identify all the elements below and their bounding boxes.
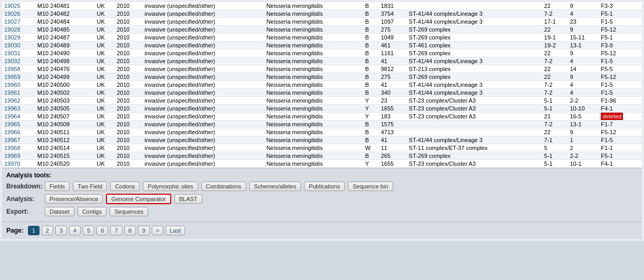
table-row: 19965M10 240508UK2010invasive (unspecifi… xyxy=(2,121,642,128)
row-id-link[interactable]: 19031 xyxy=(4,50,21,56)
row-id-link[interactable]: 19025 xyxy=(4,3,21,9)
row-id[interactable]: 19965 xyxy=(2,121,35,128)
row-id-link[interactable]: 19027 xyxy=(4,18,21,25)
analysis-btn-presence/absence[interactable]: Presence/Absence xyxy=(45,194,103,204)
row-id-link[interactable]: 19970 xyxy=(4,161,21,167)
row-id[interactable]: 19959 xyxy=(2,73,35,81)
row-id-link[interactable]: 19026 xyxy=(4,11,21,17)
row-id[interactable]: 19966 xyxy=(2,128,35,136)
row-feta: 10-10 xyxy=(568,105,599,113)
row-clonal-complex: ST-41/44 complex/Lineage 3 xyxy=(407,89,542,97)
breakdown-buttons-group: FieldsTwo FieldCodonsPolymorphic sitesCo… xyxy=(43,181,395,192)
row-id-link[interactable]: 19958 xyxy=(4,66,21,72)
row-isolate: M10 240476 xyxy=(35,65,95,73)
row-id-link[interactable]: 19967 xyxy=(4,137,21,143)
row-id-link[interactable]: 19032 xyxy=(4,58,21,64)
row-id[interactable]: 19025 xyxy=(2,2,35,10)
page-btn-8[interactable]: 8 xyxy=(124,226,136,235)
row-id-link[interactable]: 19965 xyxy=(4,121,21,127)
page-btn-6[interactable]: 6 xyxy=(96,226,108,235)
row-id-link[interactable]: 19959 xyxy=(4,74,21,80)
row-id[interactable]: 19963 xyxy=(2,105,35,113)
row-id-link[interactable]: 19961 xyxy=(4,89,21,96)
row-id-link[interactable]: 19028 xyxy=(4,26,21,33)
row-id-link[interactable]: 19969 xyxy=(4,153,21,159)
row-pena: F1-5 xyxy=(599,89,642,97)
row-serogroup: B xyxy=(363,136,379,144)
page-btn-5[interactable]: 5 xyxy=(83,226,94,235)
row-id[interactable]: 19969 xyxy=(2,152,35,160)
row-species: Neisseria meningitidis xyxy=(264,73,363,81)
row-species: Neisseria meningitidis xyxy=(264,57,363,65)
row-id[interactable]: 19960 xyxy=(2,81,35,89)
row-clonal-complex: ST-269 complex xyxy=(407,49,542,57)
breakdown-btn-combinations[interactable]: Combinations xyxy=(201,182,246,191)
analysis-btn-genome-comparator[interactable]: Genome Comparator xyxy=(106,194,171,204)
row-id[interactable]: 19027 xyxy=(2,18,35,26)
row-disease: invasive (unspecified/other) xyxy=(142,128,264,136)
row-pena: F1-96 xyxy=(599,97,642,105)
row-st: 4713 xyxy=(379,128,407,136)
row-feta: 9 xyxy=(568,2,599,10)
row-id[interactable]: 19958 xyxy=(2,65,35,73)
export-btn-sequences[interactable]: Sequences xyxy=(110,207,148,216)
breakdown-btn-sequence-bin[interactable]: Sequence bin xyxy=(348,182,393,191)
row-id[interactable]: 19029 xyxy=(2,34,35,42)
row-id[interactable]: 19968 xyxy=(2,144,35,152)
breakdown-btn-schemes-alleles[interactable]: Schemes/alleles xyxy=(249,182,301,191)
breakdown-btn-fields[interactable]: Fields xyxy=(45,182,70,191)
row-id[interactable]: 19028 xyxy=(2,26,35,34)
row-clonal-complex: ST-213 complex xyxy=(407,65,542,73)
row-id[interactable]: 19031 xyxy=(2,49,35,57)
row-id-link[interactable]: 19960 xyxy=(4,82,21,88)
page-btn-1[interactable]: 1 xyxy=(28,226,40,235)
row-country: UK xyxy=(95,113,115,121)
row-id[interactable]: 19970 xyxy=(2,160,35,168)
breakdown-btn-codons[interactable]: Codons xyxy=(110,182,140,191)
row-id-link[interactable]: 19964 xyxy=(4,113,21,119)
breakdown-btn-publications[interactable]: Publications xyxy=(304,182,345,191)
analysis-btn-blast[interactable]: BLAST xyxy=(174,194,202,204)
row-feta: 9 xyxy=(568,26,599,34)
row-feta: 13-1 xyxy=(568,42,599,49)
row-pena: F5-12 xyxy=(599,73,642,81)
page-last-btn[interactable]: Last xyxy=(165,226,185,235)
row-id[interactable]: 19032 xyxy=(2,57,35,65)
row-por: 7-2 xyxy=(542,10,568,18)
breakdown-btn-two-field[interactable]: Two Field xyxy=(73,182,107,191)
page-btn-3[interactable]: 3 xyxy=(55,226,67,235)
row-species: Neisseria meningitidis xyxy=(264,136,363,144)
main-container: 19025M10 240481UK2010invasive (unspecifi… xyxy=(0,0,644,241)
row-id-link[interactable]: 19968 xyxy=(4,145,21,151)
row-isolate: M10 240515 xyxy=(35,152,95,160)
breakdown-btn-polymorphic-sites[interactable]: Polymorphic sites xyxy=(143,182,198,191)
row-disease: invasive (unspecified/other) xyxy=(142,73,264,81)
row-por: 19-2 xyxy=(542,42,568,49)
export-btn-contigs[interactable]: Contigs xyxy=(77,207,106,216)
row-id[interactable]: 19967 xyxy=(2,136,35,144)
export-btn-dataset[interactable]: Dataset xyxy=(45,207,74,216)
row-id[interactable]: 19962 xyxy=(2,97,35,105)
row-id-link[interactable]: 19963 xyxy=(4,105,21,112)
row-id[interactable]: 19030 xyxy=(2,42,35,49)
row-id-link[interactable]: 19962 xyxy=(4,97,21,104)
row-id-link[interactable]: 19029 xyxy=(4,34,21,41)
row-id-link[interactable]: 19966 xyxy=(4,129,21,135)
row-clonal-complex: ST-41/44 complex/Lineage 3 xyxy=(407,136,542,144)
page-btn-9[interactable]: 9 xyxy=(138,226,150,235)
page-btn-7[interactable]: 7 xyxy=(110,226,122,235)
row-id-link[interactable]: 19030 xyxy=(4,42,21,48)
row-id[interactable]: 19026 xyxy=(2,10,35,18)
row-id[interactable]: 19961 xyxy=(2,89,35,97)
page-next-btn[interactable]: > xyxy=(152,226,163,235)
row-species: Neisseria meningitidis xyxy=(264,81,363,89)
analysis-buttons-group: Presence/AbsenceGenome ComparatorBLAST xyxy=(43,193,204,205)
row-por: 17-1 xyxy=(542,18,568,26)
row-feta: 9 xyxy=(568,128,599,136)
page-btn-2[interactable]: 2 xyxy=(42,226,53,235)
breakdown-label: Breakdown: xyxy=(6,183,43,190)
row-isolate: M10 240481 xyxy=(35,2,95,10)
page-btn-4[interactable]: 4 xyxy=(69,226,81,235)
row-id[interactable]: 19964 xyxy=(2,113,35,121)
table-row: 19031M10 240490UK2010invasive (unspecifi… xyxy=(2,49,642,57)
